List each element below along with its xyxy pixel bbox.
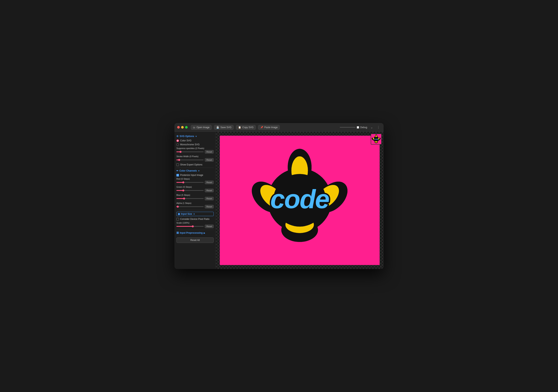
scale-fill	[176, 226, 193, 227]
green-thumb[interactable]	[182, 189, 184, 191]
consider-dpr-row[interactable]: Consider Device Pixel Ratio	[176, 218, 214, 221]
stroke-width-reset[interactable]: Reset	[205, 158, 214, 162]
color-channels-label: Color Channels	[179, 169, 197, 172]
show-expert-checkbox[interactable]	[176, 163, 179, 166]
svg-text:code: code	[374, 138, 378, 140]
input-size-label: Input Size	[181, 213, 192, 215]
monochrome-svg-label: Monochrome SVG	[180, 143, 200, 146]
input-size-header[interactable]: ▦ Input Size ▼	[176, 212, 214, 216]
chevron-down-icon-2: ▼	[198, 170, 200, 172]
alpha-thumb[interactable]	[177, 206, 179, 208]
main-svg-artwork: code code code	[226, 141, 373, 260]
folder-icon: 🗂	[193, 126, 195, 129]
blue-reset[interactable]: Reset	[205, 197, 214, 200]
blue-row: Blue (5 Steps) Reset	[176, 194, 214, 200]
svg-options-header[interactable]: ⚙ SVG Options ▼	[176, 135, 214, 138]
suppress-speckles-row: Suppress speckles (2 Pixels) Reset	[176, 147, 214, 153]
suppress-speckles-label: Suppress speckles (2 Pixels)	[176, 147, 214, 149]
svg-text:code: code	[270, 185, 329, 214]
divider-3	[176, 230, 214, 230]
thumbnail-preview: code	[371, 134, 382, 145]
chevron-down-icon-3: ▼	[193, 213, 195, 215]
alpha-label: Alpha (1 Steps)	[176, 202, 214, 204]
image-preview: code code code	[220, 136, 380, 265]
blue-label: Blue (5 Steps)	[176, 194, 214, 196]
chevron-down-icon: ▼	[195, 135, 197, 137]
red-track[interactable]	[176, 182, 204, 183]
alpha-reset[interactable]: Reset	[205, 205, 214, 208]
copy-svg-button[interactable]: 📋 Copy SVG	[236, 125, 256, 130]
debug-area: Debug	[340, 126, 367, 129]
blue-thumb[interactable]	[183, 197, 185, 200]
maximize-button[interactable]	[185, 126, 188, 128]
paste-image-label: Paste Image	[264, 126, 278, 129]
scale-thumb[interactable]	[192, 225, 194, 227]
monochrome-svg-option[interactable]: Monochrome SVG	[176, 143, 214, 146]
stroke-width-control: Reset	[176, 158, 214, 162]
monochrome-svg-radio[interactable]	[176, 143, 179, 146]
chevron-right-icon: ▶	[204, 232, 205, 234]
color-svg-radio[interactable]	[176, 139, 179, 142]
green-reset[interactable]: Reset	[205, 189, 214, 192]
scale-row: Scale (100%) Reset	[176, 222, 214, 228]
stroke-width-track[interactable]	[176, 160, 204, 160]
suppress-speckles-thumb[interactable]	[180, 151, 182, 153]
posterize-label: Posterize Input Image	[180, 174, 203, 177]
minimize-button[interactable]	[181, 126, 184, 128]
color-svg-label: Color SVG	[180, 139, 192, 142]
green-track[interactable]	[176, 190, 204, 191]
open-image-button[interactable]: 🗂 Open Image	[191, 125, 212, 130]
red-control: Reset	[176, 181, 214, 184]
open-image-label: Open Image	[197, 126, 209, 129]
titlebar: 🗂 Open Image 💾 Save SVG 📋 Copy SVG 📌 Pas…	[174, 123, 384, 132]
posterize-checkbox[interactable]	[176, 174, 179, 177]
show-expert-row[interactable]: Show Expert Options	[176, 163, 214, 166]
paste-image-button[interactable]: 📌 Paste Image	[258, 125, 280, 130]
red-thumb[interactable]	[182, 181, 184, 183]
save-icon: 💾	[216, 126, 219, 129]
close-button[interactable]	[177, 126, 180, 128]
reset-all-button[interactable]: Reset All	[176, 237, 214, 243]
svg-point-37	[375, 141, 377, 143]
debug-checkbox[interactable]	[357, 126, 359, 128]
scale-track[interactable]	[176, 226, 204, 227]
blue-track[interactable]	[176, 198, 204, 199]
scale-reset[interactable]: Reset	[205, 225, 214, 228]
blue-control: Reset	[176, 197, 214, 200]
consider-dpr-checkbox[interactable]	[176, 218, 179, 221]
red-reset[interactable]: Reset	[205, 181, 214, 184]
preprocessing-icon: 🖼	[176, 231, 179, 234]
color-svg-option[interactable]: Color SVG	[176, 139, 214, 142]
suppress-speckles-control: Reset	[176, 150, 214, 153]
sidebar: ⚙ SVG Options ▼ Color SVG Monochrome SVG…	[174, 132, 216, 269]
debug-slider[interactable]	[340, 127, 356, 128]
paste-icon: 📌	[260, 126, 263, 129]
thumbnail-svg: code	[371, 134, 381, 144]
save-svg-button[interactable]: 💾 Save SVG	[214, 125, 234, 130]
stroke-width-row: Stroke Width (0 Pixels) Reset	[176, 155, 214, 162]
green-row: Green (5 Steps) Reset	[176, 186, 214, 192]
stroke-width-label: Stroke Width (0 Pixels)	[176, 155, 214, 158]
app-window: 🗂 Open Image 💾 Save SVG 📋 Copy SVG 📌 Pas…	[174, 123, 384, 269]
alpha-row: Alpha (1 Steps) Reset	[176, 202, 214, 208]
canvas-area: code code code	[216, 132, 384, 269]
red-row: Red (5 Steps) Reset	[176, 178, 214, 184]
suppress-speckles-reset[interactable]: Reset	[205, 150, 214, 153]
input-preprocessing-label: Input Preprocessing	[180, 231, 203, 234]
scale-label: Scale (100%)	[176, 222, 214, 224]
resize-icon: ▦	[178, 213, 180, 215]
stroke-width-thumb[interactable]	[178, 159, 180, 161]
more-options-icon[interactable]: ⋮	[376, 125, 381, 129]
input-preprocessing-header[interactable]: 🖼 Input Preprocessing ▶	[176, 231, 214, 234]
pencil-icon: ✏	[176, 169, 178, 172]
suppress-speckles-track[interactable]	[176, 152, 204, 152]
copy-svg-label: Copy SVG	[242, 126, 253, 129]
posterize-row[interactable]: Posterize Input Image	[176, 174, 214, 177]
alpha-track[interactable]	[176, 206, 204, 207]
chevron-down-icon[interactable]: ⌄	[370, 125, 374, 129]
copy-icon: 📋	[238, 126, 241, 129]
main-content: ⚙ SVG Options ▼ Color SVG Monochrome SVG…	[174, 132, 384, 269]
color-channels-header[interactable]: ✏ Color Channels ▼	[176, 169, 214, 172]
green-label: Green (5 Steps)	[176, 186, 214, 188]
alpha-control: Reset	[176, 205, 214, 208]
